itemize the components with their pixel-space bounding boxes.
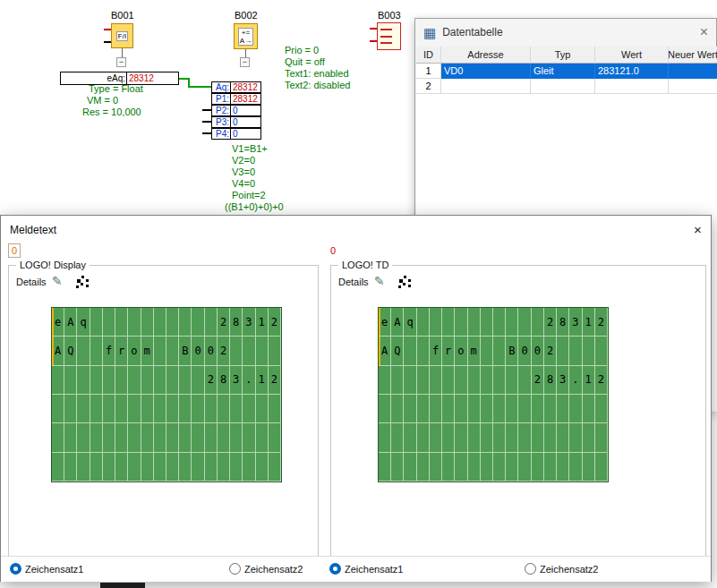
lcd-cell[interactable] [417,453,430,481]
radio-charset1-td[interactable] [329,563,341,575]
b002-block[interactable]: += A→ [234,23,258,49]
lcd-cell[interactable] [404,395,416,423]
lcd-cell[interactable] [230,453,243,481]
message-counter-right[interactable]: 0 [330,245,336,256]
lcd-cell[interactable] [256,337,269,365]
lcd-cell[interactable]: e [379,308,391,337]
lcd-cell[interactable] [481,308,493,337]
lcd-cell[interactable] [154,337,166,365]
b002-field-p3[interactable]: P3: 0 [211,116,261,128]
lcd-cell[interactable] [481,337,493,365]
lcd-cell[interactable] [243,337,255,365]
lcd-cell[interactable] [518,366,531,395]
lcd-cell[interactable] [430,453,442,481]
lcd-cell[interactable] [518,423,531,452]
lcd-cell[interactable] [506,423,518,452]
lcd-cell[interactable] [166,453,179,481]
radio-charset1-display[interactable] [10,563,21,575]
lcd-cell[interactable] [90,308,103,337]
lcd-cell[interactable] [404,366,416,395]
lcd-cell[interactable] [493,308,506,337]
lcd-cell[interactable] [442,453,455,481]
lcd-cell[interactable] [115,395,128,423]
lcd-cell[interactable] [417,337,430,365]
lcd-cell[interactable] [518,395,531,423]
lcd-cell[interactable] [269,453,281,481]
lcd-cell[interactable] [256,453,269,481]
lcd-cell[interactable]: f [430,337,442,365]
b002-field-p1[interactable]: P1: 28312 [211,93,261,105]
lcd-cell[interactable]: m [468,337,481,365]
lcd-cell[interactable]: 1 [583,366,595,395]
lcd-cell[interactable]: B [506,337,518,365]
lcd-cell[interactable]: A [379,337,391,365]
lcd-cell[interactable] [77,337,90,365]
lcd-cell[interactable] [77,423,90,452]
lcd-cell[interactable] [506,366,518,395]
lcd-cell[interactable] [128,308,141,337]
lcd-cell[interactable] [154,308,166,337]
lcd-cell[interactable] [154,366,166,395]
lcd-cell[interactable] [115,453,128,481]
lcd-cell[interactable]: o [455,337,467,365]
lcd-cell[interactable]: 2 [595,366,608,395]
lcd-cell[interactable] [166,337,179,365]
lcd-cell[interactable] [493,366,506,395]
radio-charset2-td[interactable] [525,563,536,575]
lcd-cell[interactable] [269,423,281,452]
lcd-cell[interactable] [595,453,608,481]
table-row[interactable]: 1 VD0 Gleit 283121.0 [416,64,717,79]
lcd-cell[interactable]: 1 [256,308,269,337]
lcd-cell[interactable] [442,423,455,452]
lcd-cell[interactable] [141,308,154,337]
lcd-cell[interactable] [557,337,569,365]
lcd-cell[interactable] [468,366,481,395]
lcd-cell[interactable]: 2 [532,366,544,395]
lcd-cell[interactable]: 1 [583,308,595,337]
lcd-cell[interactable]: 0 [518,337,531,365]
lcd-cell[interactable] [141,423,154,452]
lcd-cell[interactable] [166,308,179,337]
lcd-cell[interactable]: 0 [205,337,218,365]
lcd-cell[interactable]: m [141,337,154,365]
edit-icon[interactable]: ✎ [374,275,385,287]
lcd-cell[interactable] [493,337,506,365]
lcd-cell[interactable] [230,395,243,423]
lcd-cell[interactable] [269,395,281,423]
lcd-cell[interactable]: 2 [218,308,230,337]
lcd-cell[interactable] [468,395,481,423]
lcd-cell[interactable] [205,423,218,452]
lcd-cell[interactable] [205,453,218,481]
lcd-cell[interactable] [544,453,557,481]
lcd-cell[interactable]: 3 [569,308,582,337]
lcd-cell[interactable]: 2 [205,366,218,395]
lcd-cell[interactable] [128,423,141,452]
lcd-cell[interactable] [379,453,391,481]
lcd-cell[interactable] [532,395,544,423]
lcd-cell[interactable] [455,423,467,452]
lcd-cell[interactable]: q [77,308,90,337]
column-header-neuer-wert[interactable]: Neuer Wert [669,47,717,64]
lcd-cell[interactable]: 2 [544,337,557,365]
lcd-cell[interactable] [77,453,90,481]
lcd-cell[interactable]: 8 [230,308,243,337]
lcd-cell[interactable] [481,395,493,423]
lcd-cell[interactable] [595,395,608,423]
lcd-cell[interactable]: 8 [544,366,557,395]
lcd-cell[interactable] [243,423,255,452]
lcd-cell[interactable] [595,423,608,452]
lcd-cell[interactable] [481,366,493,395]
cell-id[interactable]: 1 [416,64,441,79]
lcd-cell[interactable] [154,453,166,481]
table-row[interactable]: 2 [416,79,717,94]
lcd-cell[interactable] [544,423,557,452]
lcd-cell[interactable] [455,366,467,395]
lcd-cell[interactable] [417,423,430,452]
lcd-cell[interactable] [128,453,141,481]
lcd-cell[interactable] [417,395,430,423]
lcd-cell[interactable] [192,308,204,337]
lcd-cell[interactable] [430,395,442,423]
lcd-cell[interactable]: 1 [256,366,269,395]
lcd-cell[interactable]: A [52,337,64,365]
b002-field-aq[interactable]: Aq: 28312 [211,81,261,93]
